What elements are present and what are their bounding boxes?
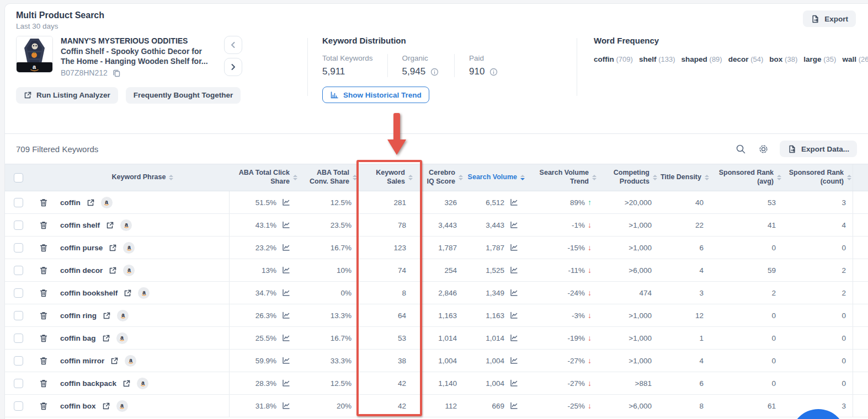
open-keyword-icon[interactable] <box>108 265 118 276</box>
sort-icon[interactable] <box>353 175 357 180</box>
run-listing-analyzer-button[interactable]: Run Listing Analyzer <box>16 87 118 104</box>
sparkline-chart-icon[interactable] <box>280 265 292 276</box>
amazon-badge-icon[interactable]: a <box>123 242 135 254</box>
delete-keyword-icon[interactable] <box>38 355 49 367</box>
prev-product-button[interactable] <box>224 36 242 54</box>
delete-keyword-icon[interactable] <box>38 310 49 321</box>
word-frequency-item[interactable]: decor (54) <box>728 55 764 63</box>
frequently-bought-together-button[interactable]: Frequently Bought Together <box>126 87 241 104</box>
delete-keyword-icon[interactable] <box>38 378 49 389</box>
export-button[interactable]: Export <box>803 10 856 27</box>
open-keyword-icon[interactable] <box>108 243 118 253</box>
info-icon[interactable] <box>429 67 440 77</box>
column-header-sp_count[interactable]: Sponsored Rank (count) <box>782 164 853 191</box>
word-frequency-item[interactable]: coffin (709) <box>594 55 633 63</box>
sort-icon[interactable] <box>459 175 463 180</box>
column-header-keyword_sales[interactable]: Keyword Sales <box>359 164 423 191</box>
row-checkbox[interactable] <box>14 401 23 411</box>
sort-icon[interactable] <box>520 175 525 180</box>
delete-keyword-icon[interactable] <box>38 265 49 276</box>
open-keyword-icon[interactable] <box>86 197 96 208</box>
delete-keyword-icon[interactable] <box>38 287 49 299</box>
column-header-keyword[interactable]: Keyword Phrase <box>56 164 230 191</box>
column-header-iq_score[interactable]: Cerebro IQ Score <box>423 164 464 191</box>
open-keyword-icon[interactable] <box>121 378 132 389</box>
settings-gear-button[interactable] <box>757 143 770 155</box>
column-header-title_density[interactable]: Title Density <box>658 164 710 191</box>
show-historical-trend-button[interactable]: Show Historical Trend <box>322 87 429 103</box>
column-header-sv_trend[interactable]: Search Volume Trend <box>525 164 597 191</box>
sparkline-chart-icon[interactable] <box>280 378 292 389</box>
word-frequency-item[interactable]: box (38) <box>769 55 797 63</box>
row-checkbox[interactable] <box>14 334 23 343</box>
copy-asin-icon[interactable] <box>111 68 122 78</box>
sparkline-chart-icon[interactable] <box>508 355 520 366</box>
info-icon[interactable] <box>488 67 499 77</box>
sparkline-chart-icon[interactable] <box>280 332 292 343</box>
column-header-search_volume[interactable]: Search Volume <box>464 164 525 191</box>
row-checkbox[interactable] <box>14 356 23 366</box>
amazon-badge-icon[interactable]: a <box>117 310 129 321</box>
delete-keyword-icon[interactable] <box>38 242 49 254</box>
sort-icon[interactable] <box>705 175 709 180</box>
column-header-competing[interactable]: Competing Products <box>597 164 658 191</box>
sparkline-chart-icon[interactable] <box>280 310 292 321</box>
sparkline-chart-icon[interactable] <box>280 400 292 411</box>
search-button[interactable] <box>734 143 747 155</box>
open-keyword-icon[interactable] <box>101 401 111 411</box>
sparkline-chart-icon[interactable] <box>508 265 520 276</box>
sparkline-chart-icon[interactable] <box>280 197 292 208</box>
word-frequency-item[interactable]: shelf (133) <box>639 55 675 63</box>
open-keyword-icon[interactable] <box>123 288 133 298</box>
row-checkbox[interactable] <box>14 243 23 253</box>
amazon-badge-icon[interactable]: a <box>138 287 150 299</box>
word-frequency-item[interactable]: wall (26) <box>842 55 868 63</box>
word-frequency-item[interactable]: shaped (89) <box>681 55 722 63</box>
amazon-badge-icon[interactable]: a <box>116 400 128 412</box>
amazon-badge-icon[interactable]: a <box>120 219 132 231</box>
word-frequency-item[interactable]: large (35) <box>803 55 836 63</box>
open-keyword-icon[interactable] <box>105 220 115 230</box>
row-checkbox[interactable] <box>14 221 23 230</box>
sparkline-chart-icon[interactable] <box>508 197 520 208</box>
sparkline-chart-icon[interactable] <box>280 287 292 298</box>
next-product-button[interactable] <box>224 58 242 76</box>
amazon-badge-icon[interactable]: a <box>116 332 128 344</box>
amazon-badge-icon[interactable]: a <box>125 355 136 367</box>
sort-icon[interactable] <box>293 175 297 180</box>
sort-icon[interactable] <box>169 175 173 180</box>
delete-keyword-icon[interactable] <box>38 332 49 344</box>
amazon-badge-icon[interactable]: a <box>123 265 135 276</box>
delete-keyword-icon[interactable] <box>38 400 49 412</box>
row-checkbox[interactable] <box>14 266 23 275</box>
sparkline-chart-icon[interactable] <box>508 219 520 230</box>
sparkline-chart-icon[interactable] <box>280 219 292 230</box>
sparkline-chart-icon[interactable] <box>508 378 520 389</box>
column-header-conv_share[interactable]: ABA Total Conv. Share <box>299 164 359 191</box>
row-checkbox[interactable] <box>14 311 23 320</box>
amazon-badge-icon[interactable]: a <box>137 378 148 389</box>
sparkline-chart-icon[interactable] <box>280 355 292 366</box>
delete-keyword-icon[interactable] <box>38 219 49 231</box>
open-keyword-icon[interactable] <box>101 333 111 343</box>
sort-icon[interactable] <box>592 175 597 180</box>
sparkline-chart-icon[interactable] <box>508 310 520 321</box>
column-header-click_share[interactable]: ABA Total Click Share <box>230 164 299 191</box>
open-keyword-icon[interactable] <box>102 310 112 321</box>
export-data-button[interactable]: Export Data... <box>780 141 857 157</box>
row-checkbox[interactable] <box>14 379 23 388</box>
sparkline-chart-icon[interactable] <box>280 242 292 253</box>
open-keyword-icon[interactable] <box>109 356 120 366</box>
sort-icon[interactable] <box>777 175 781 180</box>
row-checkbox[interactable] <box>14 288 23 298</box>
select-all-checkbox[interactable] <box>14 173 23 182</box>
row-checkbox[interactable] <box>14 198 23 207</box>
sort-icon[interactable] <box>408 175 413 180</box>
sort-icon[interactable] <box>653 175 657 180</box>
amazon-badge-icon[interactable]: a <box>101 197 113 208</box>
sort-icon[interactable] <box>847 175 851 180</box>
column-header-sp_avg[interactable]: Sponsored Rank (avg) <box>710 164 782 191</box>
sparkline-chart-icon[interactable] <box>508 287 520 298</box>
sparkline-chart-icon[interactable] <box>508 400 520 411</box>
delete-keyword-icon[interactable] <box>38 197 49 208</box>
